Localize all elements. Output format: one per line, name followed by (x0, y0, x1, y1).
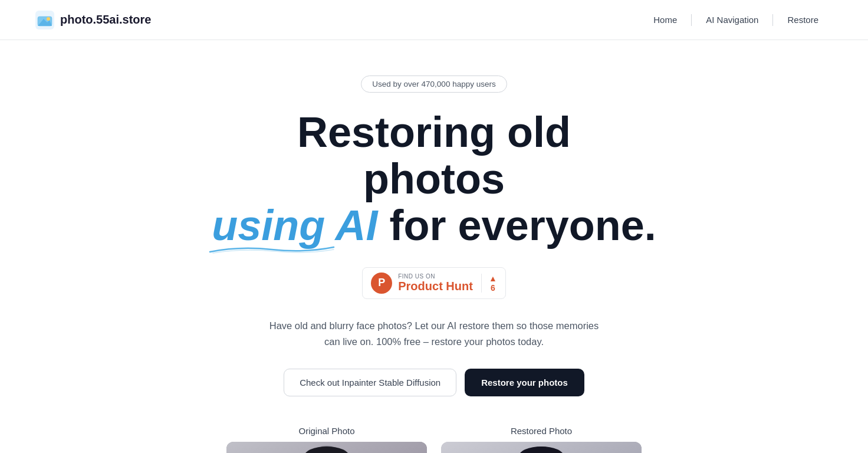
original-person-image (226, 442, 427, 453)
ph-arrow-icon: ▲ (489, 274, 497, 283)
logo[interactable]: photo.55ai.store (35, 11, 151, 29)
nav-ai-navigation[interactable]: AI Navigation (692, 15, 772, 25)
header: photo.55ai.store Home AI Navigation Rest… (0, 0, 868, 40)
hero-ai-text: using AI (212, 202, 377, 249)
restored-photo-frame (441, 442, 642, 453)
ph-find-label: FIND US ON (398, 273, 435, 280)
ph-name: Product Hunt (398, 280, 473, 293)
nav-restore[interactable]: Restore (773, 15, 833, 25)
nav: Home AI Navigation Restore (639, 14, 833, 26)
restored-photo-label: Restored Photo (511, 426, 572, 436)
ph-text: FIND US ON Product Hunt (398, 273, 473, 293)
inpainter-button[interactable]: Check out Inpainter Stable Diffusion (284, 369, 456, 396)
hero-title-suffix: for everyone. (378, 202, 656, 249)
restored-photo-column: Restored Photo (441, 426, 642, 453)
user-count-badge: Used by over 470,000 happy users (361, 76, 507, 93)
ph-votes: ▲ 6 (481, 274, 497, 293)
original-photo-frame (226, 442, 427, 453)
cta-buttons: Check out Inpainter Stable Diffusion Res… (284, 369, 584, 396)
ph-logo-icon: P (371, 273, 392, 294)
restore-photos-button[interactable]: Restore your photos (465, 369, 584, 396)
hero-section: Used by over 470,000 happy users Restori… (0, 40, 868, 453)
hero-description: Have old and blurry face photos? Let our… (263, 318, 605, 350)
photo-comparison: Original Photo (12, 426, 856, 453)
svg-point-3 (47, 17, 50, 21)
logo-icon (35, 11, 54, 29)
product-hunt-badge[interactable]: P FIND US ON Product Hunt ▲ 6 (362, 267, 506, 299)
original-photo-label: Original Photo (298, 426, 354, 436)
nav-home[interactable]: Home (639, 15, 691, 25)
ph-vote-count: 6 (491, 283, 495, 293)
restored-person-image (441, 442, 642, 453)
hero-title-line2: using AI for everyone. (212, 202, 656, 249)
original-photo-column: Original Photo (226, 426, 427, 453)
hero-title-line1: Restoring old photos (228, 109, 640, 202)
logo-text: photo.55ai.store (60, 13, 151, 27)
